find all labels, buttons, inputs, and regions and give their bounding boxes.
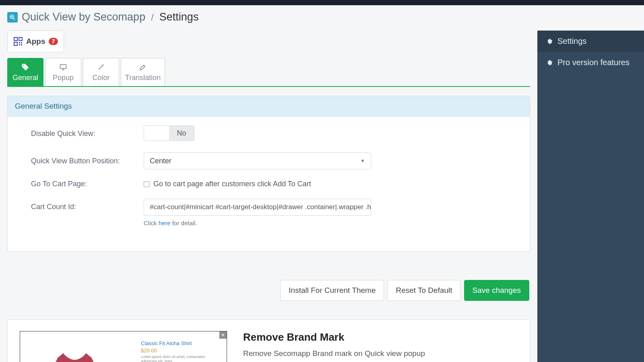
cart-count-id-label: Cart Count Id:: [19, 199, 144, 211]
window-topbar: [0, 0, 644, 5]
svg-rect-12: [60, 64, 66, 68]
apps-count-badge: 7: [49, 38, 58, 45]
goto-cart-checkbox[interactable]: [144, 181, 149, 187]
install-theme-button[interactable]: Install For Current Theme: [280, 280, 384, 301]
promo-panel: ✕ Classic Fit Aloha Shirt $20.00 Lorem i…: [7, 319, 530, 362]
breadcrumb-page: Settings: [159, 11, 199, 23]
cart-count-id-input[interactable]: #cart-count|#minicart #cart-target-deskt…: [144, 199, 371, 216]
tab-general[interactable]: General: [7, 58, 43, 86]
svg-rect-7: [19, 42, 20, 43]
gear-icon: [546, 60, 553, 66]
panel-title: General Settings: [8, 96, 530, 117]
wand-icon: [97, 63, 105, 71]
tab-color[interactable]: Color: [83, 58, 119, 86]
promo-prod-title: Classic Fit Aloha Shirt: [141, 340, 192, 346]
cart-count-hint: Click here for detail.: [144, 220, 518, 226]
svg-line-1: [13, 18, 15, 20]
chevron-down-icon: ▼: [360, 158, 365, 164]
tab-popup-label: Popup: [53, 74, 74, 82]
shirt-icon: [43, 348, 106, 362]
tab-popup[interactable]: Popup: [45, 58, 81, 86]
toggle-no-half: No: [169, 126, 194, 140]
breadcrumb-sep: /: [151, 12, 154, 23]
tab-translation-label: Translation: [125, 74, 161, 82]
promo-prod-desc: Lorem ipsum dolor sit amet, consectetur …: [141, 355, 213, 362]
main-column: Apps 7 General Popup Color Translation G…: [0, 31, 537, 362]
reset-default-button[interactable]: Reset To Default: [387, 280, 460, 301]
svg-rect-8: [21, 42, 22, 43]
monitor-icon: [59, 63, 67, 71]
promo-title: Remove Brand Mark: [243, 331, 425, 343]
button-position-select[interactable]: Center ▼: [144, 152, 371, 169]
promo-preview: ✕ Classic Fit Aloha Shirt $20.00 Lorem i…: [20, 331, 227, 362]
sidebar-pro-label: Pro version features: [557, 58, 630, 67]
svg-rect-4: [14, 37, 17, 41]
promo-prod-price: $20.00: [141, 348, 157, 354]
gear-icon: [546, 38, 553, 45]
svg-rect-5: [19, 37, 22, 41]
disable-quickview-label: Disable Quick View:: [19, 130, 144, 138]
svg-rect-10: [21, 44, 22, 45]
tabs: General Popup Color Translation: [7, 58, 530, 87]
tab-translation[interactable]: Translation: [121, 58, 165, 86]
button-position-label: Quick View Button Position:: [19, 157, 144, 165]
apps-label: Apps: [26, 37, 45, 46]
tab-color-label: Color: [92, 74, 109, 82]
apps-button[interactable]: Apps 7: [7, 31, 64, 52]
edit-icon: [139, 63, 147, 71]
breadcrumb: Quick View by Secomapp / Settings: [0, 5, 644, 31]
goto-cart-label: Go To Cart Page:: [19, 180, 144, 188]
general-settings-panel: General Settings Disable Quick View: No …: [7, 96, 530, 252]
breadcrumb-app[interactable]: Quick View by Secomapp: [22, 11, 145, 23]
sidebar-item-pro[interactable]: Pro version features: [537, 52, 644, 73]
svg-rect-6: [14, 42, 17, 45]
hint-link[interactable]: here: [159, 220, 171, 226]
toggle-yes-half: [144, 126, 169, 140]
apps-grid-icon: [13, 37, 23, 46]
goto-cart-check-label: Go to cart page after customers click Ad…: [153, 180, 311, 188]
app-logo-icon: [7, 12, 18, 23]
promo-desc: Remove Secomapp Brand mark on Quick view…: [243, 349, 425, 358]
tag-icon: [21, 63, 29, 71]
action-buttons: Install For Current Theme Reset To Defau…: [7, 280, 530, 301]
close-icon: ✕: [219, 331, 227, 339]
disable-quickview-toggle[interactable]: No: [144, 125, 194, 141]
svg-point-11: [23, 65, 25, 66]
tab-general-label: General: [12, 74, 38, 82]
save-changes-button[interactable]: Save changes: [464, 280, 529, 301]
sidebar-item-settings[interactable]: Settings: [537, 31, 644, 52]
svg-rect-9: [19, 44, 20, 45]
sidebar-settings-label: Settings: [557, 37, 586, 46]
sidebar: Settings Pro version features: [537, 31, 644, 362]
button-position-value: Center: [150, 157, 171, 165]
